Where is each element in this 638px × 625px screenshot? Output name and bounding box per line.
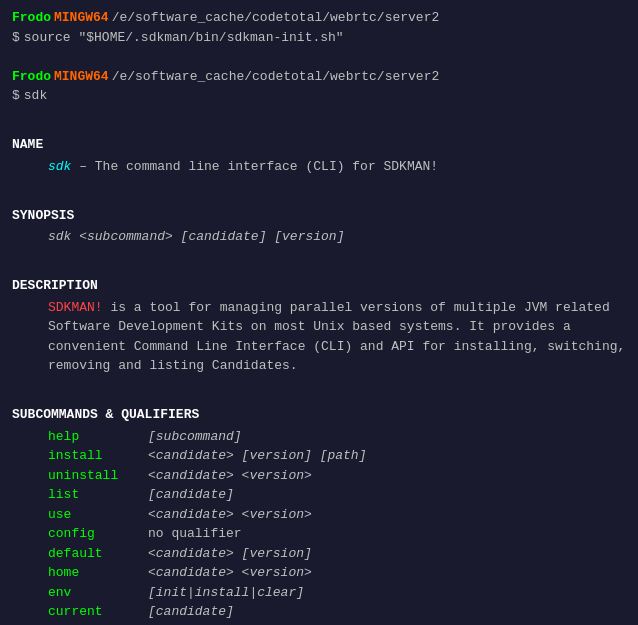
subcommand-name: list [48,485,148,505]
subcommand-qualifier: [init|install|clear] [148,583,304,603]
subcommand-qualifier: [candidate] [148,622,234,626]
subcommand-name: upgrade [48,622,148,626]
username-1: Frodo [12,8,51,28]
subcommand-qualifier: [subcommand] [148,427,242,447]
sdk-label: sdk [48,159,71,174]
subcommand-row: help[subcommand] [48,427,626,447]
subcommand-qualifier: <candidate> <version> [148,466,312,486]
desc-line-1: SDKMAN! is a tool for managing parallel … [48,298,626,318]
subcommand-row: env[init|install|clear] [48,583,626,603]
subcommand-qualifier: <candidate> [version] [path] [148,446,366,466]
synopsis-header: SYNOPSIS [12,206,626,226]
subcommand-row: default<candidate> [version] [48,544,626,564]
subcommand-row: uninstall<candidate> <version> [48,466,626,486]
subcommand-row: install<candidate> [version] [path] [48,446,626,466]
path-2: /e/software_cache/codetotal/webrtc/serve… [112,67,440,87]
subcommands-header: SUBCOMMANDS & QUALIFIERS [12,405,626,425]
subcommand-row: home<candidate> <version> [48,563,626,583]
synopsis-content: sdk <subcommand> [candidate] [version] [48,227,626,247]
subcommand-qualifier: no qualifier [148,524,242,544]
name-suffix: line interface (CLI) for SDKMAN! [188,159,438,174]
prompt-command-2: $ sdk [12,86,626,106]
subcommand-qualifier: <candidate> <version> [148,563,312,583]
mingw-label-1: MINGW64 [54,10,109,25]
subcommand-row: current[candidate] [48,602,626,622]
subcommand-name: default [48,544,148,564]
subcommand-name: install [48,446,148,466]
subcommand-qualifier: <candidate> <version> [148,505,312,525]
subcommands-list: help[subcommand]install<candidate> [vers… [12,427,626,626]
subcommand-name: home [48,563,148,583]
prompt-line-1: Frodo MINGW64 /e/software_cache/codetota… [12,8,626,28]
dollar-sign-2: $ [12,86,20,106]
desc-line-4: removing and listing Candidates. [48,356,626,376]
command-text-2: sdk [24,86,47,106]
subcommand-row: list[candidate] [48,485,626,505]
name-dash: – The [79,159,126,174]
sdkman-brand: SDKMAN! [48,300,103,315]
name-header: NAME [12,135,626,155]
subcommand-row: use<candidate> <version> [48,505,626,525]
subcommand-name: config [48,524,148,544]
mingw-label-2: MINGW64 [54,69,109,84]
subcommand-name: use [48,505,148,525]
name-content: sdk – The command line interface (CLI) f… [48,157,626,177]
subcommand-name: uninstall [48,466,148,486]
prompt-line-2: Frodo MINGW64 /e/software_cache/codetota… [12,67,626,87]
dollar-sign-1: $ [12,28,20,48]
path-1: /e/software_cache/codetotal/webrtc/serve… [112,8,440,28]
subcommand-name: env [48,583,148,603]
subcommand-name: help [48,427,148,447]
prompt-command-1: $ source "$HOME/.sdkman/bin/sdkman-init.… [12,28,626,48]
subcommand-name: current [48,602,148,622]
desc-line-2: Software Development Kits on most Unix b… [48,317,626,337]
command-text-1: source "$HOME/.sdkman/bin/sdkman-init.sh… [24,28,344,48]
name-command-word: command [126,159,181,174]
description-header: DESCRIPTION [12,276,626,296]
subcommand-qualifier: [candidate] [148,602,234,622]
subcommand-qualifier: [candidate] [148,485,234,505]
subcommand-row: configno qualifier [48,524,626,544]
desc-line-3: convenient Command Line Interface (CLI) … [48,337,626,357]
subcommand-qualifier: <candidate> [version] [148,544,312,564]
desc-line-1-text: is a tool for managing parallel versions… [110,300,609,315]
subcommand-row: upgrade[candidate] [48,622,626,626]
username-2: Frodo [12,67,51,87]
